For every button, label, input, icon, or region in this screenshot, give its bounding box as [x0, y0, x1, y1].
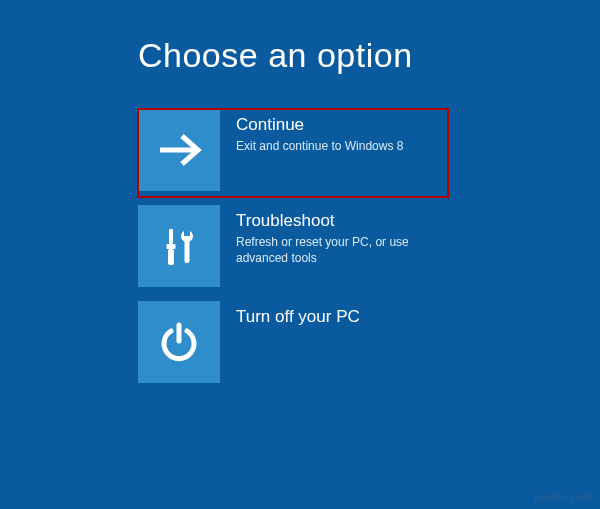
option-turn-off-text: Turn off your PC	[220, 301, 448, 330]
options-list: Continue Exit and continue to Windows 8	[138, 109, 560, 389]
option-turn-off-tile	[138, 301, 220, 383]
svg-rect-4	[185, 239, 190, 263]
arrow-right-icon	[154, 125, 204, 175]
option-description: Refresh or reset your PC, or use advance…	[236, 234, 436, 266]
option-description: Exit and continue to Windows 8	[236, 138, 436, 154]
svg-rect-1	[169, 229, 173, 244]
option-continue-tile	[138, 109, 220, 191]
watermark: wsxdn.com	[534, 491, 592, 503]
option-title: Continue	[236, 115, 438, 135]
tools-icon	[154, 221, 204, 271]
option-troubleshoot-tile	[138, 205, 220, 287]
svg-rect-3	[168, 249, 174, 265]
page-title: Choose an option	[138, 36, 560, 75]
option-continue-text: Continue Exit and continue to Windows 8	[220, 109, 448, 154]
option-title: Turn off your PC	[236, 307, 438, 327]
option-title: Troubleshoot	[236, 211, 438, 231]
option-turn-off[interactable]: Turn off your PC	[138, 301, 448, 389]
option-troubleshoot-text: Troubleshoot Refresh or reset your PC, o…	[220, 205, 448, 266]
svg-rect-2	[167, 244, 176, 249]
option-troubleshoot[interactable]: Troubleshoot Refresh or reset your PC, o…	[138, 205, 448, 293]
winre-choose-option-screen: Choose an option Continue Exit and conti…	[0, 0, 600, 389]
option-continue[interactable]: Continue Exit and continue to Windows 8	[138, 109, 448, 197]
power-icon	[154, 317, 204, 367]
